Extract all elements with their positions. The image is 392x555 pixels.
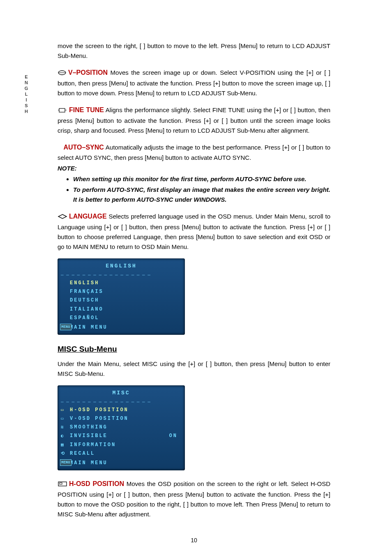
svg-marker-5 bbox=[58, 214, 67, 219]
lang-letter: L bbox=[24, 91, 29, 97]
document-page: E N G L I S H move the screen to the rig… bbox=[0, 0, 392, 555]
lang-letter: E bbox=[24, 74, 29, 80]
osd-item-francais: FRANÇAIS bbox=[58, 288, 185, 296]
finetune-para: FINE TUNE Aligns the performance slightl… bbox=[58, 105, 330, 136]
osd-title: MISC bbox=[58, 388, 185, 399]
svg-rect-2 bbox=[59, 108, 65, 112]
hosd-title: H-OSD POSITION bbox=[69, 480, 124, 487]
osd-language-menu: ENGLISH — — — — — — — — — — — — — — — — … bbox=[58, 258, 185, 335]
osd-divider: — — — — — — — — — — — — — — — — — bbox=[58, 398, 185, 406]
menu-icon: MENU bbox=[60, 459, 71, 466]
intro-continued: move the screen to the right, [ ] button… bbox=[58, 41, 330, 61]
lang-letter: H bbox=[24, 108, 29, 114]
osd-item-vosd: ▭V-OSD POSITION bbox=[58, 415, 185, 423]
row-icon: ▭ bbox=[61, 407, 65, 414]
osd-title: ENGLISH bbox=[58, 261, 185, 272]
language-para: LANGUAGE Selects preferred language used… bbox=[58, 211, 330, 252]
row-icon: ▭ bbox=[61, 415, 65, 423]
osd-item-deutsch: DEUTSCH bbox=[58, 296, 185, 305]
misc-heading: MISC Sub-Menu bbox=[58, 343, 330, 355]
autosync-notes: When setting up this monitor for the fir… bbox=[66, 174, 330, 205]
vposition-icon bbox=[58, 69, 67, 78]
language-title: LANGUAGE bbox=[69, 213, 107, 220]
body-content: move the screen to the right, [ ] button… bbox=[58, 41, 330, 545]
osd-item-espanol: ESPAÑOL bbox=[58, 314, 185, 322]
vposition-para: V–POSITION Moves the screen image up or … bbox=[58, 67, 330, 98]
osd-footer-label: MAIN MENU bbox=[70, 325, 108, 330]
hosd-icon bbox=[58, 480, 67, 490]
osd-item-italiano: ITALIANO bbox=[58, 305, 185, 314]
osd-item-invisible: ◐INVISIBLEON bbox=[58, 432, 185, 440]
menu-icon: MENU bbox=[60, 324, 71, 330]
osd-divider: — — — — — — — — — — — — — — — — — bbox=[58, 272, 185, 279]
misc-intro: Under the Main Menu, select MISC using t… bbox=[58, 359, 330, 379]
osd-item-recall: ⟲RECALL bbox=[58, 449, 185, 458]
osd-item-hosd: ▭H-OSD POSITION bbox=[58, 406, 185, 415]
svg-rect-7 bbox=[60, 483, 62, 484]
finetune-title: FINE TUNE bbox=[69, 106, 104, 113]
finetune-icon bbox=[58, 106, 67, 116]
autosync-block: AUTO–SYNC Automatically adjusts the imag… bbox=[58, 142, 330, 205]
row-icon: ≋ bbox=[61, 424, 65, 431]
page-number: 10 bbox=[58, 536, 330, 545]
osd-item-value: ON bbox=[169, 432, 178, 440]
hosd-para: H-OSD POSITION Moves the OSD position on… bbox=[58, 479, 330, 519]
language-icon bbox=[58, 212, 67, 222]
osd-footer: MENU MAIN MENU bbox=[58, 322, 185, 332]
row-icon: ⟲ bbox=[61, 450, 66, 458]
osd-item-english: ENGLISH bbox=[58, 279, 185, 288]
note-item: To perform AUTO-SYNC, first display an i… bbox=[73, 185, 330, 205]
osd-footer-label: MAIN MENU bbox=[70, 460, 108, 466]
language-tab: E N G L I S H bbox=[24, 74, 29, 114]
note-item: When setting up this monitor for the fir… bbox=[73, 174, 330, 184]
lang-letter: G bbox=[24, 85, 29, 91]
osd-footer: MENU MAIN MENU bbox=[58, 458, 185, 468]
vposition-title: V–POSITION bbox=[68, 69, 108, 76]
row-icon: ◐ bbox=[61, 433, 65, 440]
lang-letter: N bbox=[24, 80, 29, 85]
osd-item-information: ▦INFORMATION bbox=[58, 441, 185, 449]
note-label: NOTE: bbox=[58, 164, 330, 173]
osd-misc-menu: MISC — — — — — — — — — — — — — — — — — ▭… bbox=[58, 385, 185, 471]
autosync-title: AUTO–SYNC bbox=[63, 144, 104, 151]
osd-item-smoothing: ≋SMOOTHING bbox=[58, 423, 185, 432]
lang-letter: S bbox=[24, 103, 29, 108]
lang-letter: I bbox=[24, 97, 29, 103]
row-icon: ▦ bbox=[61, 442, 65, 449]
